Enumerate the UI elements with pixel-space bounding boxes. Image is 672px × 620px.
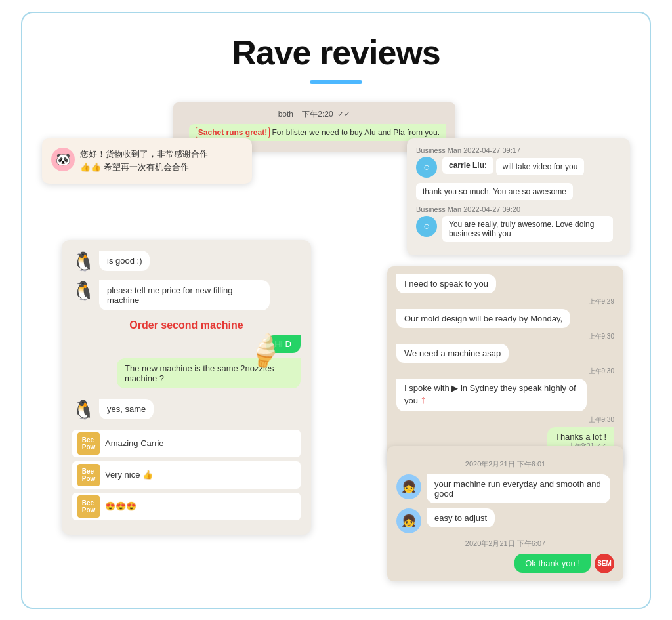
order-row3: We need a machine asap 上午9:30 [396,344,614,376]
time4: 上午9:30 [396,415,614,424]
page-container: Rave reviews both 下午2:20 ✓✓ Sachet runs … [21,12,651,609]
penguin-sticker3: 🐧 [72,399,95,421]
feedback-row1: 👧 your machine run everyday and smooth a… [396,474,614,503]
bubble-mold-design: Our mold design will be ready by Monday, [396,309,570,328]
order-second-label: Order second machine [72,320,301,331]
product-text2: Very nice 👍 [105,470,153,480]
chat-header: both 下午2:20 ✓✓ [182,109,446,120]
feedback-ok: Ok thank you ! [514,554,591,573]
chinese-row: 🐼 您好！货物收到了，非常感谢合作 👍👍 希望再一次有机会合作 [51,148,243,175]
bubble-asap: We need a machine asap [396,344,509,363]
thanks-text: Thanks a lot ! [555,432,606,442]
biz-msg3: You are really, truly awesome. Love doin… [442,216,613,242]
chat-timestamp: 下午2:20 [302,110,333,119]
order-row2: Our mold design will be ready by Monday,… [396,309,614,341]
penguin-sticker1: 🐧 [72,251,95,272]
collage-area: both 下午2:20 ✓✓ Sachet runs great! For bl… [42,102,630,581]
feedback-timestamp1: 2020年2月21日 下午6:01 [396,459,614,469]
product-item1: BeePow Amazing Carrie [72,430,301,457]
penguin-row1: 🐧 is good :) [72,251,301,276]
feedback-timestamp2: 2020年2月21日 下午6:07 [396,539,614,548]
bubble-is-good: is good :) [99,251,150,271]
biz-msg1: will take video for you [496,158,585,175]
page-title: Rave reviews [42,33,630,72]
time1: 上午9:29 [396,297,614,306]
product-text3: 😍😍😍 [105,501,136,511]
card-biz: Business Man 2022-04-27 09:17 ○ carrie L… [407,138,630,255]
product-item3: BeePow 😍😍😍 [72,493,301,520]
avatar: 🐼 [51,148,75,171]
product-item2: BeePow Very nice 👍 [72,461,301,489]
bubble-text: For blister we need to buy Alu and Pla f… [272,128,440,137]
biz-row1: ○ carrie Liu: will take video for you [416,157,621,178]
time3: 上午9:30 [396,367,614,376]
biz-row2: ○ You are really, truly awesome. Love do… [416,216,621,242]
bubble-need-speak: I need to speak to you [396,274,496,293]
underline-name: ▶ [452,383,458,393]
penguin-sticker2: 🐧 [72,280,95,302]
feedback-avatar1: 👧 [396,474,421,499]
order-row1: I need to speak to you 上午9:29 [396,274,614,306]
highlight-text: Sachet runs great! [196,127,270,138]
feedback-green-bubble-wrap: Ok thank you ! SEM [514,554,614,573]
title-underline [310,80,362,84]
chinese-line1: 您好！货物收到了，非常感谢合作 [80,148,208,161]
feedback-green-row: Ok thank you ! SEM [396,554,614,573]
bubble-yes: yes, same [99,399,154,419]
card-feedback: 2020年2月21日 下午6:01 👧 your machine run eve… [387,446,623,581]
sem-badge: SEM [595,554,614,573]
feedback-msg1: your machine run everyday and smooth and… [427,474,610,503]
order-row4: I spoke with ▶ in Sydney they speak high… [396,379,614,424]
feedback-row2: 👧 easy to adjust [396,508,614,533]
chinese-message: 您好！货物收到了，非常感谢合作 👍👍 希望再一次有机会合作 [80,148,208,175]
biz-avatar: ○ [416,157,437,178]
feedback-msg2: easy to adjust [427,508,495,527]
card-order: I need to speak to you 上午9:29 Our mold d… [387,266,623,470]
biz-header2: Business Man 2022-04-27 09:20 [416,205,621,213]
icecream-sticker: 🍦 [243,329,288,372]
card-chinese: 🐼 您好！货物收到了，非常感谢合作 👍👍 希望再一次有机会合作 [42,138,252,184]
product-icon2: BeePow [77,464,100,486]
biz-msg-sender: carrie Liu: [442,157,494,174]
feedback-avatar2: 👧 [396,508,421,533]
time2: 上午9:30 [396,332,614,341]
biz-avatar2: ○ [416,216,437,237]
arrow-icon: ↑ [421,393,427,406]
product-icon3: BeePow [77,495,100,518]
penguin-row2: 🐧 please tell me price for new filling m… [72,280,301,316]
product-list: BeePow Amazing Carrie BeePow Very nice 👍… [72,430,301,520]
biz-msg2: thank you so much. You are so awesome [416,183,573,200]
product-icon1: BeePow [77,432,100,455]
biz-msgs: carrie Liu: will take video for you [442,157,584,176]
spoke-text1: I spoke with [404,383,452,393]
bubble-spoke-with: I spoke with ▶ in Sydney they speak high… [396,379,587,411]
chat-label: both [278,110,293,119]
card-penguin: 🐧 is good :) 🐧 please tell me price for … [62,240,311,535]
bubble-price: please tell me price for new filling mac… [99,280,270,310]
biz-header1: Business Man 2022-04-27 09:17 [416,146,621,154]
product-text1: Amazing Carrie [105,438,164,448]
penguin-yes-row: 🐧 yes, same [72,399,301,424]
chinese-line2: 👍👍 希望再一次有机会合作 [80,161,208,175]
